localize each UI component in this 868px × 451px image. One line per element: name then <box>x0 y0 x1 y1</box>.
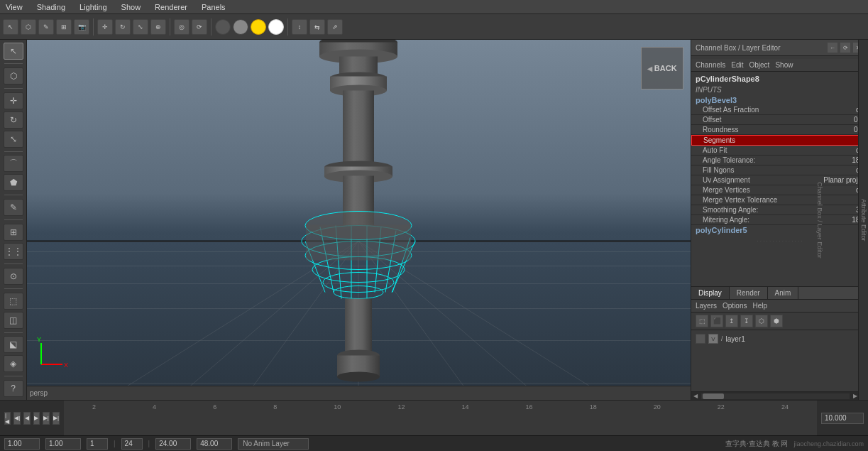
cb-subsection-name: polyBevel3 <box>691 95 868 105</box>
cb-edit[interactable]: Edit <box>731 61 743 69</box>
panel-icon-1[interactable]: ← <box>827 42 838 53</box>
scroll-track[interactable] <box>701 393 850 399</box>
panel-title: Channel Box / Layer Editor <box>696 44 781 52</box>
toolbar-icon-snap[interactable]: ⊞ <box>56 19 72 35</box>
toolbar-icon-shader3[interactable] <box>251 19 266 35</box>
tool-measure[interactable]: ⊙ <box>4 268 23 285</box>
tl-play[interactable]: ▶ <box>33 412 40 425</box>
toolbar-icon-paint[interactable]: ✎ <box>38 19 54 35</box>
panel-icon-2[interactable]: ⟳ <box>840 42 851 53</box>
toolbar-icon-move[interactable]: ✛ <box>97 19 113 35</box>
layer-tab-render[interactable]: Render <box>730 287 768 299</box>
layer-menu-layers[interactable]: Layers <box>696 302 717 310</box>
cb-label-4: Auto Fit <box>703 146 727 154</box>
cb-label-7: Uv Assignment <box>703 176 750 184</box>
toolbar-icon-arrow1[interactable]: ↕ <box>292 19 307 35</box>
cb-label-8: Merge Vertices <box>703 186 750 194</box>
tool-arrow[interactable]: ↖ <box>4 43 23 60</box>
toolbar-icon-share[interactable]: ⇗ <box>327 19 343 35</box>
viewport-area[interactable]: persp ◀ BACK X Y persp <box>27 40 691 400</box>
layer-tb-3[interactable]: ↥ <box>725 315 738 327</box>
viewport-canvas[interactable]: persp ◀ BACK X Y <box>27 40 691 386</box>
layer-tab-anim[interactable]: Anim <box>768 287 799 299</box>
cb-row-0[interactable]: Offset As Fraction on <box>691 105 868 115</box>
toolbar-icon-camera[interactable]: 📷 <box>74 19 89 35</box>
toolbar-icon-shader1[interactable] <box>215 19 231 35</box>
toolbar-icon-select[interactable]: ↖ <box>3 19 18 35</box>
layer-tb-1[interactable]: ⬚ <box>696 315 708 327</box>
layer-check-0[interactable] <box>696 334 705 344</box>
cb-row-5[interactable]: Angle Tolerance: 180 <box>691 156 868 165</box>
tool-poly[interactable]: ⬟ <box>4 174 23 191</box>
toolbar-icon-scale[interactable]: ⤡ <box>133 19 148 35</box>
cb-label-2: Roundness <box>703 126 739 134</box>
cb-row-11[interactable]: Mitering Angle: 180 <box>691 215 868 225</box>
tl-back[interactable]: ◀ <box>23 412 30 425</box>
tool-extra5[interactable]: ? <box>4 380 23 397</box>
status-val5[interactable] <box>155 438 191 450</box>
cb-row-6[interactable]: Fill Ngons on <box>691 165 868 175</box>
tool-extra1[interactable]: ⬚ <box>4 293 23 310</box>
cb-row-8[interactable]: Merge Vertices on <box>691 185 868 195</box>
cb-object[interactable]: Object <box>749 61 770 69</box>
layer-tb-5[interactable]: ⬡ <box>755 315 768 327</box>
layer-vis-0[interactable]: V <box>708 334 718 344</box>
toolbar-icon-softsel[interactable]: ◎ <box>174 19 189 35</box>
menu-show[interactable]: Show <box>119 3 144 11</box>
tool-move[interactable]: ✛ <box>4 92 23 109</box>
timeline-ruler[interactable]: 2468 10121416 18202224 <box>64 401 817 435</box>
toolbar-icon-universal[interactable]: ⊕ <box>150 19 166 35</box>
tool-extra3[interactable]: ⬕ <box>4 336 23 353</box>
tool-scale[interactable]: ⤡ <box>4 131 23 148</box>
layer-menu-help[interactable]: Help <box>752 302 767 310</box>
tl-prev[interactable]: ◀| <box>13 412 21 425</box>
tool-extra4[interactable]: ◈ <box>4 355 23 372</box>
cb-row-1[interactable]: Offset 0.5 <box>691 115 868 125</box>
layer-tb-4[interactable]: ↧ <box>740 315 753 327</box>
menu-view[interactable]: View <box>3 3 26 11</box>
toolbar-icon-arrow2[interactable]: ⇆ <box>309 19 325 35</box>
cb-row-9[interactable]: Merge Vertex Tolerance 0 <box>691 195 868 205</box>
status-val1[interactable] <box>4 438 40 450</box>
layer-tab-display[interactable]: Display <box>691 287 730 299</box>
layer-tb-6[interactable]: ⬢ <box>770 315 783 327</box>
tool-curve[interactable]: ⌒ <box>4 155 23 172</box>
layer-menu-options[interactable]: Options <box>723 302 747 310</box>
menu-shading[interactable]: Shading <box>34 3 68 11</box>
tool-select[interactable]: ⬡ <box>4 67 23 85</box>
status-val4[interactable] <box>121 438 143 450</box>
status-val2[interactable] <box>45 438 81 450</box>
tl-end[interactable]: ▶| <box>53 412 60 425</box>
menu-lighting[interactable]: Lighting <box>77 3 110 11</box>
scroll-thumb[interactable] <box>703 393 724 399</box>
status-val3[interactable] <box>87 438 108 450</box>
toolbar-icon-history[interactable]: ⟳ <box>192 19 207 35</box>
tool-paint[interactable]: ✎ <box>4 199 23 216</box>
cb-row-7[interactable]: Uv Assignment Planar proj... <box>691 175 868 185</box>
toolbar-icon-lasso[interactable]: ⬡ <box>21 19 36 35</box>
toolbar-icon-shader4[interactable] <box>268 19 284 35</box>
toolbar-icon-rotate[interactable]: ↻ <box>115 19 131 35</box>
timeline-frame-input[interactable] <box>821 413 864 424</box>
cb-show[interactable]: Show <box>775 61 793 69</box>
tool-rotate[interactable]: ↻ <box>4 112 23 129</box>
tool-grid[interactable]: ⊞ <box>4 224 23 241</box>
layer-scrollbar[interactable]: ◀ ▶ ⇥ <box>691 391 868 400</box>
layer-tb-2[interactable]: ⬛ <box>710 315 723 327</box>
anim-layer-selector[interactable]: No Anim Layer <box>238 438 309 450</box>
layer-item-0[interactable]: V / layer1 <box>691 332 868 346</box>
scroll-left-arrow[interactable]: ◀ <box>691 392 700 401</box>
cb-channels[interactable]: Channels <box>696 61 725 69</box>
tool-extra2[interactable]: ◫ <box>4 312 23 329</box>
cb-row-10[interactable]: Smoothing Angle: 30 <box>691 205 868 215</box>
status-val6[interactable] <box>197 438 232 450</box>
menu-panels[interactable]: Panels <box>199 3 229 11</box>
cb-row-4[interactable]: Auto Fit on <box>691 146 868 156</box>
cb-row-3[interactable]: Segments 5 <box>691 135 868 146</box>
tool-lattice[interactable]: ⋮⋮ <box>4 243 23 260</box>
toolbar-icon-shader2[interactable] <box>233 19 248 35</box>
tl-start[interactable]: |◀ <box>4 412 11 425</box>
tl-fwd[interactable]: ▶| <box>43 412 50 425</box>
cb-row-2[interactable]: Roundness 0.5 <box>691 125 868 135</box>
menu-renderer[interactable]: Renderer <box>152 3 190 11</box>
